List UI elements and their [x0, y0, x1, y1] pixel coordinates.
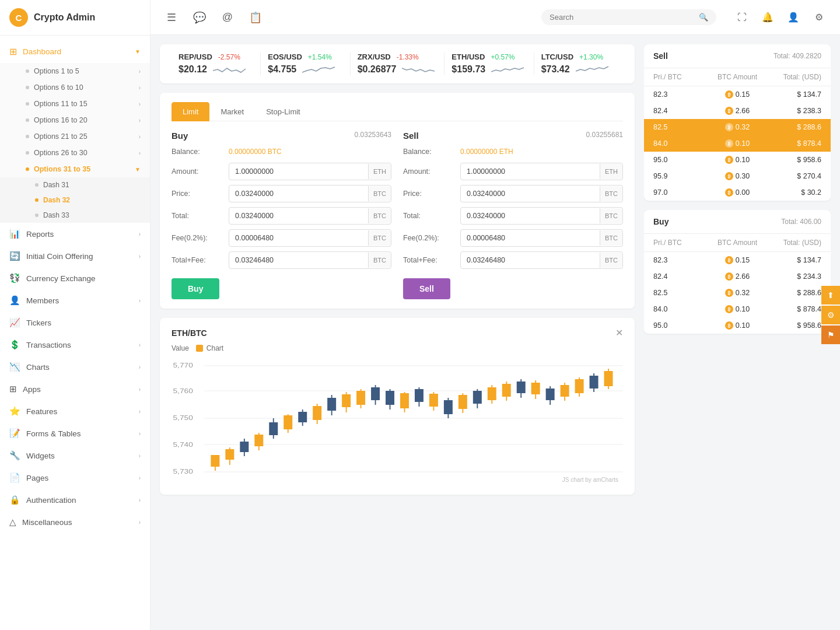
sell-price-input[interactable] [461, 186, 600, 202]
buy-total-input[interactable] [229, 208, 368, 224]
svg-rect-21 [284, 415, 292, 429]
sidebar-sub-item-options-21-25[interactable]: Options 21 to 25 › [0, 128, 150, 145]
buy-price-row: Price: BTC [172, 185, 391, 202]
ticker-price: $4.755 [268, 64, 296, 75]
fullscreen-button[interactable]: ⛶ [733, 8, 751, 27]
user-button[interactable]: 👤 [784, 8, 803, 27]
buy-fee-input[interactable] [229, 230, 368, 246]
table-row[interactable]: 95.9 ₿ 0.30 $ 270.4 [644, 168, 831, 184]
ico-icon: 🔄 [9, 251, 20, 261]
sell-balance-label: Balance: [403, 148, 456, 156]
float-btn-flag[interactable]: ⚑ [821, 326, 840, 344]
buy-amount-input-wrap: ETH [229, 163, 391, 180]
table-row[interactable]: 97.0 ₿ 0.00 $ 30.2 [644, 184, 831, 201]
sidebar-item-dashboard[interactable]: ⊞ Dashboard ▼ [0, 40, 150, 63]
table-row[interactable]: 82.4 ₿ 2.66 $ 234.3 [644, 268, 831, 285]
buy-balance-row: Balance: 0.00000000 BTC [172, 148, 391, 156]
settings-button[interactable]: ⚙ [810, 8, 828, 27]
sidebar-item-miscellaneous[interactable]: △ Miscellaneous › [0, 511, 150, 533]
sidebar-item-features[interactable]: ⭐ Features › [0, 400, 150, 422]
sidebar-sub-item-options-6-10[interactable]: Options 6 to 10 › [0, 79, 150, 96]
right-panel: Sell Total: 409.2820 Pri./ BTC BTC Amoun… [644, 44, 831, 621]
ticker-pct: -1.33% [397, 53, 419, 61]
sidebar-item-widgets[interactable]: 🔧 Widgets › [0, 444, 150, 467]
menu-button[interactable]: ☰ [162, 8, 181, 27]
sell-totalfee-input[interactable] [461, 252, 600, 268]
sidebar-sub-item-options-1-5[interactable]: Options 1 to 5 › [0, 63, 150, 79]
legend-value-label: Value [172, 344, 189, 352]
table-row[interactable]: 82.5 ₿ 0.32 $ 288.6 [644, 119, 831, 135]
sidebar-item-apps[interactable]: ⊞ Apps › [0, 378, 150, 400]
table-row[interactable]: 95.0 ₿ 0.10 $ 958.6 [644, 152, 831, 168]
sidebar-item-reports[interactable]: 📊 Reports › [0, 223, 150, 245]
sidebar-dash-31[interactable]: Dash 31 [0, 177, 150, 192]
dashboard-submenu: Options 1 to 5 › Options 6 to 10 › Optio… [0, 63, 150, 223]
sell-col-total: Total: (USD) [765, 73, 821, 81]
sidebar-sub-item-options-16-20[interactable]: Options 16 to 20 › [0, 112, 150, 128]
buy-totalfee-input[interactable] [229, 252, 368, 268]
table-row[interactable]: 95.0 ₿ 0.10 $ 958.6 [644, 317, 831, 334]
table-row[interactable]: 82.3 ₿ 0.15 $ 134.7 [644, 252, 831, 268]
ticker-price: $20.12 [178, 64, 207, 75]
ticker-pair: ETH/USD [452, 52, 485, 61]
dash-item-label: Dash 32 [43, 196, 70, 204]
table-row[interactable]: 82.4 ₿ 2.66 $ 238.3 [644, 103, 831, 119]
ticker-price: $73.42 [541, 64, 570, 75]
table-row[interactable]: 82.3 ₿ 0.15 $ 134.7 [644, 86, 831, 103]
table-row[interactable]: 84.0 ₿ 0.10 $ 878.4 [644, 135, 831, 152]
ob-total: $ 134.7 [765, 256, 821, 264]
bell-button[interactable]: 🔔 [758, 8, 777, 27]
sidebar-item-pages[interactable]: 📄 Pages › [0, 467, 150, 489]
ob-total: $ 958.6 [765, 321, 821, 330]
coin-icon: ₿ [725, 107, 733, 115]
clipboard-button[interactable]: 📋 [246, 8, 265, 27]
sidebar-sub-item-options-11-15[interactable]: Options 11 to 15 › [0, 96, 150, 112]
sell-total-input[interactable] [461, 208, 600, 224]
sell-balance-value[interactable]: 0.00000000 ETH [460, 148, 513, 156]
float-btn-settings[interactable]: ⚙ [821, 306, 840, 324]
svg-rect-45 [459, 395, 467, 409]
ob-amount: ₿ 0.10 [709, 321, 765, 330]
sidebar-item-forms-tables[interactable]: 📝 Forms & Tables › [0, 422, 150, 444]
buy-price-input[interactable] [229, 186, 368, 202]
tab-limit[interactable]: Limit [172, 102, 209, 121]
sidebar-item-authentication[interactable]: 🔒 Authentication › [0, 489, 150, 511]
sidebar-item-ico[interactable]: 🔄 Initial Coin Offering › [0, 245, 150, 267]
sidebar-item-label: Miscellaneous [22, 518, 72, 527]
buy-amount-input[interactable] [229, 163, 368, 180]
table-row[interactable]: 84.0 ₿ 0.10 $ 878.4 [644, 301, 831, 317]
buy-button[interactable]: Buy [172, 278, 219, 299]
apps-icon: ⊞ [9, 384, 17, 394]
table-row[interactable]: 82.5 ₿ 0.32 $ 288.6 [644, 285, 831, 301]
chat-button[interactable]: 💬 [190, 8, 209, 27]
sell-amount-input[interactable] [461, 163, 600, 180]
sidebar-item-members[interactable]: 👤 Members › [0, 289, 150, 312]
search-input[interactable] [550, 13, 694, 22]
chevron-right-icon: › [139, 117, 141, 124]
chart-close-button[interactable]: ✕ [615, 327, 623, 338]
sidebar-item-tickers[interactable]: 📈 Tickers [0, 312, 150, 334]
sidebar-sub-item-options-31-35[interactable]: Options 31 to 35 ▼ [0, 161, 150, 177]
sell-total-input-wrap: BTC [460, 207, 623, 225]
sell-button[interactable]: Sell [403, 278, 450, 299]
ticker-chart-rep [213, 64, 248, 75]
buy-balance-value[interactable]: 0.00000000 BTC [229, 148, 282, 156]
tab-stop-limit[interactable]: Stop-Limit [255, 102, 312, 121]
tab-market[interactable]: Market [209, 102, 255, 121]
svg-rect-11 [211, 455, 219, 467]
sidebar-item-transactions[interactable]: 💲 Transactions › [0, 334, 150, 356]
sidebar-item-currency-exchange[interactable]: 💱 Currency Exchange [0, 267, 150, 289]
float-btn-up[interactable]: ⬆ [821, 286, 840, 304]
sidebar-sub-item-options-26-30[interactable]: Options 26 to 30 › [0, 145, 150, 161]
ticker-chart-zrx [402, 64, 437, 75]
sell-rate: 0.03255681 [586, 131, 623, 141]
at-button[interactable]: @ [218, 8, 237, 27]
sidebar-dash-32[interactable]: Dash 32 [0, 192, 150, 208]
sidebar-item-charts[interactable]: 📉 Charts › [0, 356, 150, 378]
sidebar-dash-33[interactable]: Dash 33 [0, 208, 150, 223]
ob-price: 82.4 [653, 272, 709, 281]
svg-rect-55 [531, 383, 540, 394]
sell-fee-input[interactable] [461, 230, 600, 246]
buy-price-label: Price: [172, 190, 224, 198]
dot-icon-active [35, 198, 38, 202]
